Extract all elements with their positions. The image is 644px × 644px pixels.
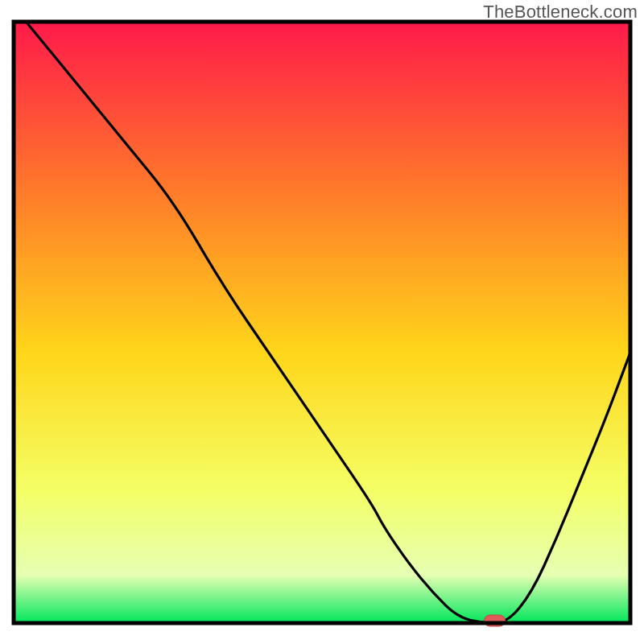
chart-svg (0, 0, 644, 644)
plot-background (14, 22, 630, 623)
watermark-text: TheBottleneck.com (483, 2, 638, 23)
bottleneck-chart: TheBottleneck.com (0, 0, 644, 644)
